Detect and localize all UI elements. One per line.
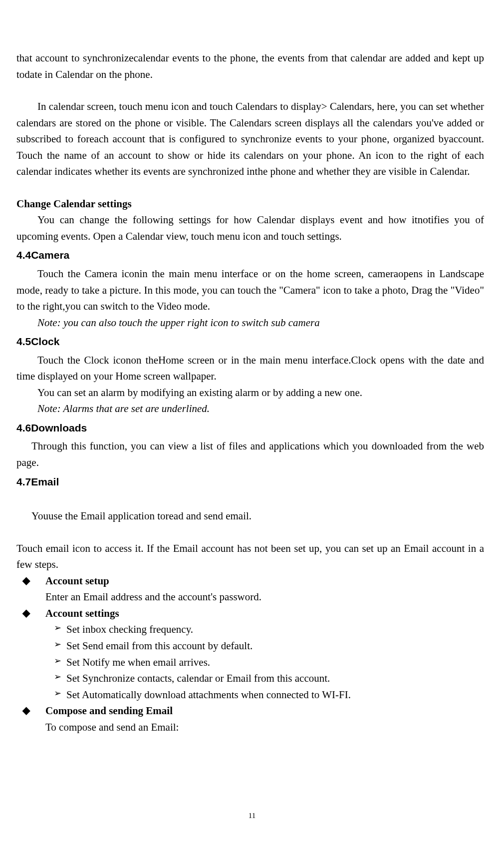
paragraph-camera: Touch the Camera iconin the main menu in…	[16, 266, 484, 315]
diamond-bullet-list: Account setup	[16, 573, 484, 589]
bullet-compose-email: Compose and sending Email	[16, 703, 484, 719]
paragraph-email-intro: Youuse the Email application toread and …	[16, 508, 484, 524]
note-alarm: Note: Alarms that are set are underlined…	[16, 401, 484, 417]
document-page: that account to synchronizecalendar even…	[0, 0, 504, 755]
arrow-sublist: Set inbox checking frequency. Set Send e…	[16, 621, 484, 703]
bullet-account-setup: Account setup	[16, 573, 484, 589]
heading-4-7-email: 4.7Email	[16, 474, 484, 490]
paragraph-email-setup: Touch email icon to access it. If the Em…	[16, 540, 484, 573]
arrow-item: Set Notify me when email arrives.	[66, 654, 484, 671]
bullet-account-settings: Account settings	[16, 605, 484, 622]
paragraph-calendar-settings: You can change the following settings fo…	[16, 212, 484, 244]
paragraph-clock: Touch the Clock iconon theHome screen or…	[16, 352, 484, 385]
diamond-bullet-list-2: Account settings	[16, 605, 484, 622]
page-number: 11	[0, 812, 504, 820]
paragraph-calendar-sync: that account to synchronizecalendar even…	[16, 50, 484, 82]
heading-change-calendar: Change Calendar settings	[16, 196, 484, 212]
paragraph-calendar-screen: In calendar screen, touch menu icon and …	[16, 98, 484, 180]
arrow-item: Set inbox checking frequency.	[66, 621, 484, 638]
paragraph-downloads: Through this function, you can view a li…	[16, 438, 484, 470]
note-camera: Note: you can also touch the upper right…	[16, 315, 484, 331]
heading-4-6-downloads: 4.6Downloads	[16, 420, 484, 436]
text-account-setup-desc: Enter an Email address and the account's…	[16, 589, 484, 605]
diamond-bullet-list-3: Compose and sending Email	[16, 703, 484, 719]
arrow-item: Set Send email from this account by defa…	[66, 638, 484, 654]
heading-4-4-camera: 4.4Camera	[16, 247, 484, 264]
arrow-item: Set Synchronize contacts, calendar or Em…	[66, 670, 484, 687]
heading-4-5-clock: 4.5Clock	[16, 334, 484, 350]
arrow-item: Set Automatically download attachments w…	[66, 687, 484, 703]
text-compose-desc: To compose and send an Email:	[16, 719, 484, 736]
paragraph-clock-alarm: You can set an alarm by modifying an exi…	[16, 385, 484, 401]
